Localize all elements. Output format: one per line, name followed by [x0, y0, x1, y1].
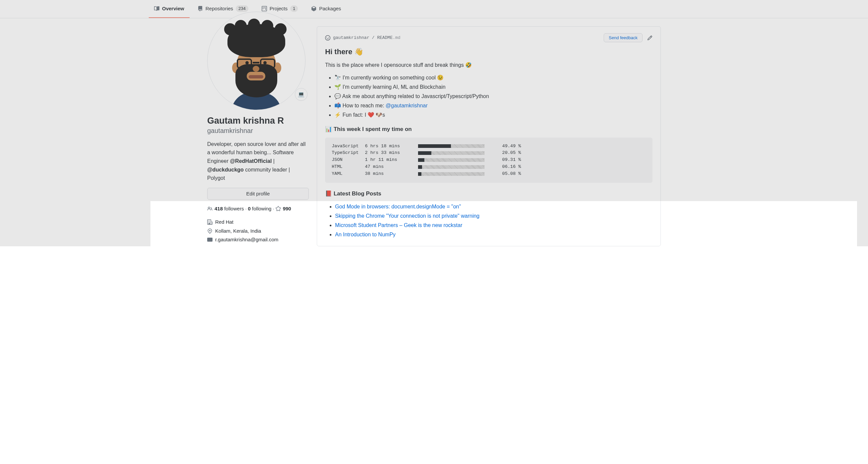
send-feedback-button[interactable]: Send feedback: [604, 33, 643, 42]
vcard-email[interactable]: r.gautamkrishna@gmail.com: [207, 235, 309, 244]
wakatime-stats: JavaScript6 hrs 18 mins49.49 %TypeScript…: [325, 138, 652, 183]
bio-mention-duckduckgo[interactable]: @duckduckgo: [207, 167, 244, 173]
tab-packages-label: Packages: [319, 5, 341, 12]
bio-mention-redhat[interactable]: @RedHatOfficial: [230, 158, 272, 164]
profile-readme: gautamkrishnar / README.md Send feedback…: [317, 26, 661, 246]
project-icon: [262, 6, 267, 11]
status-emoji: 💻: [298, 90, 305, 98]
edit-readme-button[interactable]: [647, 35, 652, 40]
tab-overview-label: Overview: [162, 5, 184, 12]
profile-main: gautamkrishnar / README.md Send feedback…: [317, 18, 661, 246]
mail-icon: [207, 237, 213, 242]
blog-link[interactable]: Skipping the Chrome "Your connection is …: [335, 213, 479, 219]
stars-link[interactable]: 990: [283, 205, 291, 213]
people-icon: [207, 206, 213, 211]
list-item: 🌱 I'm currently learning AI, ML and Bloc…: [334, 82, 652, 92]
status-badge[interactable]: 💻: [295, 88, 308, 101]
list-item: 🔭 I'm currently working on something coo…: [334, 73, 652, 82]
list-item: God Mode in browsers: document.designMod…: [335, 202, 652, 211]
projects-count: 1: [290, 5, 298, 12]
list-item: ⚡ Fun fact: I ❤️ 🐶s: [334, 110, 652, 120]
package-icon: [311, 6, 316, 11]
blog-link[interactable]: Microsoft Student Partners – Geek is the…: [335, 222, 462, 228]
tab-projects-label: Projects: [270, 5, 287, 12]
list-item: 📫 How to reach me: @gautamkrishnar: [334, 101, 652, 110]
bio: Developer, open source lover and after a…: [207, 140, 309, 182]
organization-icon: [207, 220, 213, 225]
tab-repositories-label: Repositories: [206, 5, 233, 12]
blog-heading: 📕 Latest Blog Posts: [325, 190, 652, 198]
readme-intro: This is the place where I opensource stu…: [325, 61, 652, 69]
edit-profile-button[interactable]: Edit profile: [207, 188, 309, 200]
list-item: Microsoft Student Partners – Geek is the…: [335, 221, 652, 230]
blog-link[interactable]: An Introduction to NumPy: [335, 232, 396, 237]
location-icon: [207, 228, 213, 234]
readme-h2: Hi there 👋: [325, 46, 652, 57]
blog-posts: God Mode in browsers: document.designMod…: [325, 202, 652, 239]
time-heading: 📊 This week I spent my time on: [325, 125, 652, 134]
blog-link[interactable]: God Mode in browsers: document.designMod…: [335, 204, 461, 209]
readme-bullets: 🔭 I'm currently working on something coo…: [325, 73, 652, 120]
vcard-location: Kollam, Kerala, India: [207, 227, 309, 236]
star-icon: [276, 206, 281, 211]
vcard-company: Red Hat: [207, 218, 309, 227]
vcard-details: Red Hat Kollam, Kerala, India r.gautamkr…: [207, 218, 309, 244]
profile-sidebar: 💻 Gautam krishna R gautamkrishnar Develo…: [207, 11, 317, 246]
avatar[interactable]: 💻: [207, 11, 306, 110]
repositories-count: 234: [236, 5, 248, 12]
tab-overview[interactable]: Overview: [149, 0, 190, 18]
list-item: An Introduction to NumPy: [335, 230, 652, 239]
book-icon: [154, 6, 159, 11]
stat-row: TypeScript2 hrs 33 mins20.05 %: [332, 150, 646, 156]
followers-link[interactable]: 418 followers: [215, 205, 244, 213]
username: gautamkrishnar: [207, 127, 309, 135]
smiley-icon: [325, 35, 331, 40]
avatar-image: [221, 26, 291, 106]
display-name: Gautam krishna R: [207, 115, 309, 127]
stat-row: JavaScript6 hrs 18 mins49.49 %: [332, 143, 646, 150]
stat-row: YAML38 mins05.08 %: [332, 171, 646, 177]
stat-row: HTML47 mins06.16 %: [332, 164, 646, 171]
following-link[interactable]: 0 following: [248, 205, 272, 213]
social-stats: 418 followers · 0 following · 990: [207, 205, 309, 213]
list-item: Skipping the Chrome "Your connection is …: [335, 211, 652, 221]
contact-link[interactable]: @gautamkrishnar: [385, 103, 428, 108]
repo-icon: [197, 6, 203, 11]
list-item: 💬 Ask me about anything related to Javas…: [334, 92, 652, 101]
stat-row: JSON1 hr 11 mins09.31 %: [332, 156, 646, 164]
readme-path: gautamkrishnar / README.md: [325, 35, 400, 41]
profile-tabs: Overview Repositories 234 Projects 1 Pac…: [0, 0, 868, 18]
